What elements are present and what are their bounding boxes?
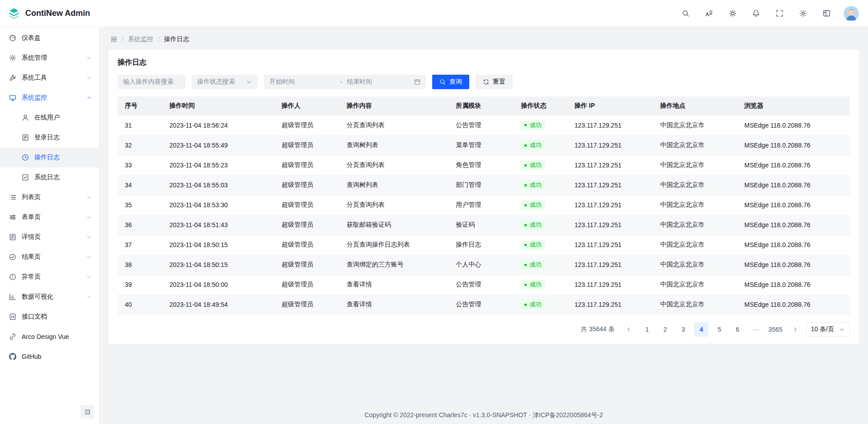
- pagination-page-1[interactable]: 1: [640, 322, 654, 337]
- cell: 角色管理: [448, 155, 514, 175]
- status-badge: 成功: [521, 160, 545, 170]
- sidebar-item-label: 详情页: [22, 233, 81, 241]
- cell: 超级管理员: [274, 175, 340, 195]
- date-range-picker[interactable]: 开始时间 - 结束时间: [264, 75, 426, 89]
- cell: 35: [118, 195, 162, 215]
- cell: 分页查询操作日志列表: [340, 235, 448, 255]
- pagination-page-2[interactable]: 2: [658, 322, 672, 337]
- operation-log-table: 序号操作时间操作人操作内容所属模块操作状态操作 IP操作地点浏览器 312023…: [118, 96, 850, 315]
- operation-log-card: 操作日志 输入操作内容搜索 操作状态搜索 开始时间 - 结束时间 查询 重置: [108, 50, 859, 344]
- header-settings-button[interactable]: [795, 5, 811, 22]
- exception-icon: [9, 273, 16, 281]
- cell: 公告管理: [448, 275, 514, 295]
- cell: 123.117.129.251: [567, 155, 653, 175]
- chevron-down-icon: [86, 75, 92, 81]
- cell: 超级管理员: [274, 275, 340, 295]
- header-actions: [677, 5, 835, 22]
- cell: 超级管理员: [274, 115, 340, 135]
- cell: 中国北京北京市: [653, 215, 737, 235]
- chevron-down-icon: [86, 294, 92, 300]
- cell: 中国北京北京市: [653, 295, 737, 314]
- status-badge: 成功: [521, 240, 545, 250]
- pagination-page-4[interactable]: 4: [694, 322, 708, 337]
- header-notifications-button[interactable]: [748, 5, 764, 22]
- cell: 查询树列表: [340, 175, 448, 195]
- sidebar-item-result-page[interactable]: 结果页: [0, 247, 99, 267]
- cell: 123.117.129.251: [567, 295, 653, 314]
- pagination-ellipsis[interactable]: ···: [748, 322, 763, 337]
- start-time-placeholder: 开始时间: [269, 78, 336, 86]
- header-search-button[interactable]: [677, 5, 693, 22]
- sidebar-item-github[interactable]: GitHub: [0, 347, 99, 367]
- cell: 33: [118, 155, 162, 175]
- table-row: 372023-11-04 18:50:15超级管理员分页查询操作日志列表操作日志…: [118, 235, 850, 255]
- table-head-row: 序号操作时间操作人操作内容所属模块操作状态操作 IP操作地点浏览器: [118, 96, 850, 115]
- header-theme-button[interactable]: [724, 5, 741, 22]
- app-brand: ContiNew Admin: [7, 7, 90, 20]
- sidebar-item-dashboard[interactable]: 仪表盘: [0, 28, 99, 48]
- cell: 超级管理员: [274, 155, 340, 175]
- sidebar-item-arco-design-vue[interactable]: Arco Design Vue: [0, 327, 99, 347]
- status-badge: 成功: [521, 200, 545, 210]
- sidebar-item-form-page[interactable]: 表单页: [0, 207, 99, 227]
- sidebar-item-online-users[interactable]: 在线用户: [0, 108, 99, 128]
- header-fullscreen-button[interactable]: [771, 5, 788, 22]
- status-text: 成功: [529, 300, 541, 309]
- sidebar-item-system-management[interactable]: 系统管理: [0, 48, 99, 68]
- sidebar-item-exception-page[interactable]: 异常页: [0, 267, 99, 287]
- cell-status: 成功: [514, 115, 567, 135]
- sidebar-item-label: 接口文档: [22, 313, 92, 321]
- column-header: 操作地点: [653, 96, 737, 115]
- sidebar-item-operation-log[interactable]: 操作日志: [0, 148, 99, 167]
- sidebar-item-list-page[interactable]: 列表页: [0, 187, 99, 207]
- status-dot: [524, 224, 527, 226]
- pagination-next-button[interactable]: [788, 322, 802, 337]
- sidebar-item-detail-page[interactable]: 详情页: [0, 227, 99, 247]
- header-layout-button[interactable]: [818, 5, 835, 22]
- app-title: ContiNew Admin: [25, 9, 90, 18]
- sidebar-item-label: 操作日志: [34, 153, 92, 162]
- layout-icon: [823, 10, 830, 17]
- pagination-page-6[interactable]: 6: [730, 322, 745, 337]
- breadcrumb-item-system-monitor[interactable]: 系统监控: [128, 35, 153, 43]
- table-row: 322023-11-04 18:55:49超级管理员查询树列表菜单管理成功123…: [118, 135, 850, 155]
- sidebar-item-api-docs[interactable]: 接口文档: [0, 307, 99, 327]
- cell: 操作日志: [448, 235, 514, 255]
- gear-icon: [799, 10, 807, 17]
- sidebar-item-system-log[interactable]: 系统日志: [0, 167, 99, 187]
- sidebar-item-system-tools[interactable]: 系统工具: [0, 68, 99, 88]
- cell: 中国北京北京市: [653, 235, 737, 255]
- sidebar-item-system-monitor[interactable]: 系统监控: [0, 88, 99, 108]
- end-time-placeholder: 结束时间: [347, 78, 414, 86]
- reset-button[interactable]: 重置: [476, 75, 513, 89]
- pagination-prev-button[interactable]: [622, 322, 636, 337]
- chevron-down-icon: [86, 254, 92, 260]
- header-translate-button[interactable]: [701, 5, 717, 22]
- apps-grid-icon[interactable]: [111, 36, 117, 43]
- pagination-page-3[interactable]: 3: [676, 322, 690, 337]
- table-row: 312023-11-04 18:56:24超级管理员分页查询列表公告管理成功12…: [118, 115, 850, 135]
- cell-status: 成功: [514, 135, 567, 155]
- user-icon: [22, 114, 29, 121]
- status-text: 成功: [529, 181, 541, 190]
- sidebar-item-label: 仪表盘: [22, 34, 92, 42]
- cell: 超级管理员: [274, 195, 340, 215]
- cell: 分页查询列表: [340, 155, 448, 175]
- reset-button-label: 重置: [493, 78, 505, 86]
- status-dot: [524, 164, 527, 167]
- page-size-select[interactable]: 10 条/页: [806, 322, 850, 337]
- content-search-input[interactable]: 输入操作内容搜索: [118, 75, 185, 89]
- sidebar-item-login-log[interactable]: 登录日志: [0, 128, 99, 148]
- user-avatar[interactable]: [844, 6, 859, 21]
- pagination-page-3565[interactable]: 3565: [766, 322, 784, 337]
- collapse-sidebar-button[interactable]: [80, 405, 94, 419]
- status-filter-select[interactable]: 操作状态搜索: [192, 75, 258, 89]
- search-button[interactable]: 查询: [432, 75, 469, 89]
- cell: 中国北京北京市: [653, 195, 737, 215]
- cell: 超级管理员: [274, 135, 340, 155]
- sidebar-item-data-visualization[interactable]: 数据可视化: [0, 287, 99, 307]
- tool-icon: [9, 74, 16, 81]
- sidebar-item-label: 在线用户: [34, 114, 92, 122]
- pagination-page-5[interactable]: 5: [712, 322, 726, 337]
- app-logo-icon[interactable]: [7, 7, 21, 20]
